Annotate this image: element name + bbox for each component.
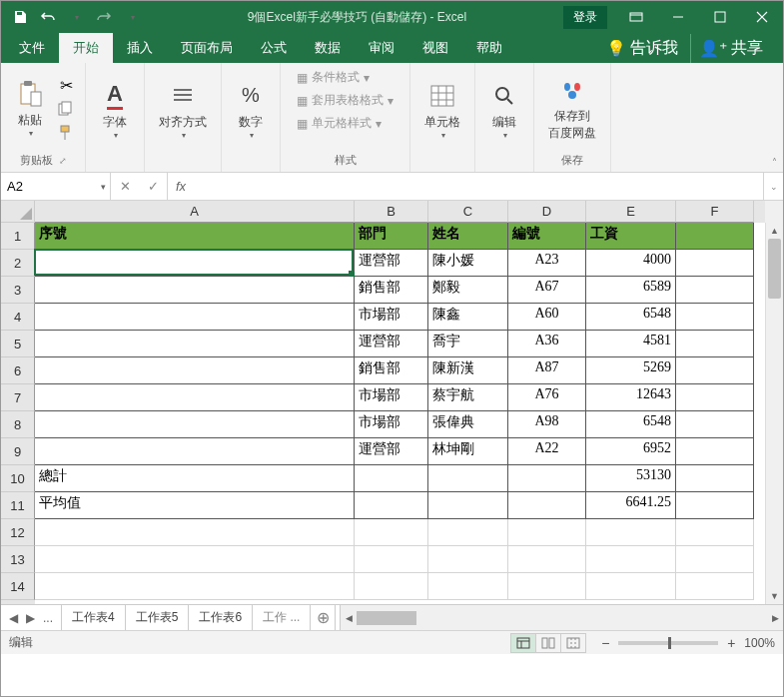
save-icon[interactable]	[7, 4, 33, 30]
row-header-5[interactable]: 5	[1, 331, 35, 357]
cell[interactable]: 陳小媛	[428, 250, 508, 277]
new-sheet-icon[interactable]: ⊕	[311, 605, 335, 630]
cell[interactable]: 6952	[586, 438, 676, 465]
cell[interactable]: 喬宇	[428, 331, 508, 357]
cell[interactable]	[508, 546, 586, 573]
cell[interactable]	[508, 465, 586, 492]
cell[interactable]: 編號	[508, 223, 586, 250]
cell[interactable]: 蔡宇航	[428, 384, 508, 411]
normal-view-icon[interactable]	[510, 633, 536, 653]
cell[interactable]	[35, 357, 355, 384]
cell[interactable]: 平均值	[35, 492, 355, 519]
col-header-C[interactable]: C	[428, 201, 508, 223]
maximize-icon[interactable]	[699, 1, 741, 33]
cell[interactable]	[508, 519, 586, 546]
col-header-E[interactable]: E	[586, 201, 676, 223]
row-header-12[interactable]: 12	[1, 519, 35, 546]
cell[interactable]: A87	[508, 357, 586, 384]
col-header-A[interactable]: A	[35, 201, 355, 223]
cell[interactable]: 序號	[35, 223, 355, 250]
ribbon-options-icon[interactable]	[615, 1, 657, 33]
row-header-11[interactable]: 11	[1, 492, 35, 519]
cell[interactable]: 53130	[586, 465, 676, 492]
cell[interactable]	[428, 492, 508, 519]
minimize-icon[interactable]	[657, 1, 699, 33]
tell-me[interactable]: 💡 告诉我	[598, 34, 686, 63]
row-header-2[interactable]: 2	[1, 250, 35, 277]
zoom-in-icon[interactable]: +	[724, 635, 738, 651]
undo-dropdown[interactable]	[63, 4, 89, 30]
paste-button[interactable]: 粘贴	[9, 76, 51, 142]
cell[interactable]	[428, 519, 508, 546]
cell[interactable]: 5269	[586, 357, 676, 384]
close-icon[interactable]	[741, 1, 783, 33]
cell[interactable]	[586, 519, 676, 546]
sheet-tab-4[interactable]: 工作表4	[61, 604, 126, 630]
cell[interactable]	[676, 519, 754, 546]
conditional-format-button[interactable]: ▦条件格式 ▾	[293, 67, 374, 88]
tab-review[interactable]: 审阅	[355, 33, 408, 63]
cell[interactable]: A98	[508, 411, 586, 438]
namebox-dropdown-icon[interactable]: ▾	[101, 182, 106, 192]
cell[interactable]	[676, 277, 754, 304]
cell[interactable]: 林坤剛	[428, 438, 508, 465]
vertical-scrollbar[interactable]: ▲ ▼	[765, 223, 783, 604]
tab-file[interactable]: 文件	[5, 33, 59, 63]
row-header-3[interactable]: 3	[1, 277, 35, 304]
vscroll-thumb[interactable]	[768, 239, 781, 299]
cell[interactable]	[508, 492, 586, 519]
cell[interactable]: 6548	[586, 411, 676, 438]
font-button[interactable]: A 字体	[94, 78, 136, 144]
cell[interactable]	[35, 331, 355, 357]
cell[interactable]	[586, 573, 676, 600]
row-header-13[interactable]: 13	[1, 546, 35, 573]
row-header-14[interactable]: 14	[1, 573, 35, 600]
redo-icon[interactable]	[91, 4, 117, 30]
table-format-button[interactable]: ▦套用表格格式 ▾	[293, 90, 397, 111]
editing-button[interactable]: 编辑	[483, 78, 525, 144]
cell[interactable]	[676, 438, 754, 465]
cell[interactable]	[676, 465, 754, 492]
cell[interactable]: 6548	[586, 304, 676, 331]
undo-icon[interactable]	[35, 4, 61, 30]
cell[interactable]: A36	[508, 331, 586, 357]
row-header-7[interactable]: 7	[1, 384, 35, 411]
sheet-nav-prev-icon[interactable]: ◀	[7, 609, 20, 627]
format-painter-icon[interactable]	[55, 122, 77, 144]
zoom-out-icon[interactable]: −	[598, 635, 612, 651]
fx-icon[interactable]: fx	[168, 173, 194, 200]
zoom-slider[interactable]	[618, 641, 718, 645]
login-button[interactable]: 登录	[563, 6, 607, 29]
cell[interactable]: 4000	[586, 250, 676, 277]
tab-view[interactable]: 视图	[408, 33, 462, 63]
scroll-left-icon[interactable]: ◀	[341, 613, 357, 623]
cell[interactable]: 總計	[35, 465, 355, 492]
col-header-B[interactable]: B	[355, 201, 428, 223]
cancel-icon[interactable]: ✕	[111, 179, 139, 194]
row-header-10[interactable]: 10	[1, 465, 35, 492]
cell[interactable]	[428, 465, 508, 492]
cell[interactable]	[586, 546, 676, 573]
tab-help[interactable]: 帮助	[462, 33, 516, 63]
cell[interactable]: A67	[508, 277, 586, 304]
page-layout-view-icon[interactable]	[535, 633, 561, 653]
share-button[interactable]: 👤⁺ 共享	[690, 34, 771, 63]
cell[interactable]	[35, 573, 355, 600]
clipboard-launcher[interactable]: ⤢	[59, 156, 67, 166]
cell[interactable]	[355, 519, 428, 546]
copy-icon[interactable]	[55, 98, 77, 120]
cut-icon[interactable]: ✂	[55, 74, 77, 96]
row-header-4[interactable]: 4	[1, 304, 35, 331]
sheet-tab-5[interactable]: 工作表5	[125, 604, 190, 630]
row-header-1[interactable]: 1	[1, 223, 35, 250]
col-header-F[interactable]: F	[676, 201, 754, 223]
cell[interactable]	[676, 223, 754, 250]
cell[interactable]	[35, 546, 355, 573]
number-button[interactable]: % 数字	[230, 78, 272, 144]
cell[interactable]	[428, 546, 508, 573]
cell[interactable]	[676, 492, 754, 519]
cell[interactable]	[676, 250, 754, 277]
hscroll-thumb[interactable]	[357, 611, 416, 625]
cell[interactable]	[35, 411, 355, 438]
cell[interactable]	[35, 438, 355, 465]
